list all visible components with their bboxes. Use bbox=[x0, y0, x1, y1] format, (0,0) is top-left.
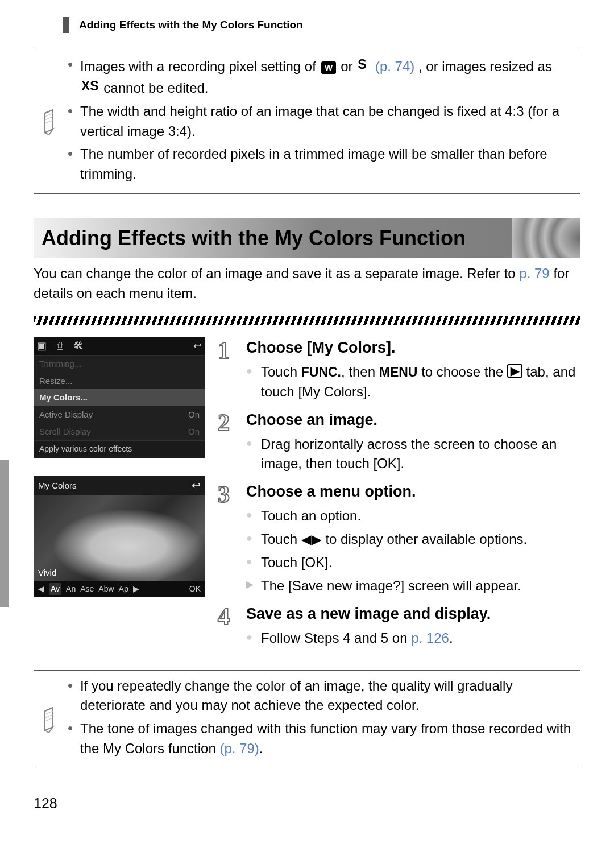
steps-column: 1 Choose [My Colors]. Touch FUNC., then … bbox=[218, 337, 580, 655]
back-icon: ↩ bbox=[192, 478, 201, 494]
opt-ap: Ap bbox=[119, 583, 128, 594]
ok-label: OK bbox=[189, 583, 201, 594]
lcd2-preview: Vivid bbox=[34, 495, 205, 581]
step-result: The [Save new image?] screen will appear… bbox=[246, 576, 580, 596]
xs-icon: XS bbox=[80, 77, 100, 96]
step-2: 2 Choose an image. Drag horizontally acr… bbox=[218, 409, 580, 474]
hatched-divider bbox=[34, 316, 580, 325]
section-title: Adding Effects with the My Colors Functi… bbox=[34, 218, 512, 258]
menu-item-scroll-display: Scroll DisplayOn bbox=[34, 423, 205, 440]
running-head: Adding Effects with the My Colors Functi… bbox=[63, 17, 580, 33]
page-ref-74[interactable]: (p. 74) bbox=[375, 59, 414, 74]
pencil-note-icon bbox=[34, 108, 68, 135]
left-arrow-icon: ◀ bbox=[38, 583, 44, 594]
page-ref-79[interactable]: (p. 79) bbox=[219, 741, 259, 756]
lcd-tabs: ▣ ⎙ 🛠 ↩ bbox=[34, 337, 205, 356]
mycolors-screenshot: My Colors ↩ Vivid ◀ Av An Ase Abw Ap ▶ bbox=[34, 476, 205, 597]
step-number: 1 bbox=[218, 333, 230, 368]
page: Adding Effects with the My Colors Functi… bbox=[0, 0, 614, 830]
step-heading: Choose [My Colors]. bbox=[246, 337, 580, 359]
right-arrow-icon: ▶ bbox=[133, 583, 139, 594]
menu-item-resize: Resize... bbox=[34, 373, 205, 390]
step-number: 3 bbox=[218, 477, 230, 512]
lcd2-options: ◀ Av An Ase Abw Ap ▶ bbox=[38, 583, 139, 594]
menu-item-mycolors: My Colors... bbox=[34, 389, 205, 406]
thumb-tab bbox=[0, 460, 9, 607]
pencil-note-icon bbox=[34, 705, 68, 733]
top-note-item: Images with a recording pixel setting of… bbox=[68, 55, 575, 98]
step-number: 4 bbox=[218, 600, 230, 634]
svg-line-2 bbox=[45, 117, 53, 120]
step-heading: Choose an image. bbox=[246, 409, 580, 431]
step-bullet: Touch [OK]. bbox=[246, 553, 580, 573]
opt-an: An bbox=[66, 583, 76, 594]
top-note-box: Images with a recording pixel setting of… bbox=[34, 49, 580, 194]
opt-av: Av bbox=[49, 583, 61, 594]
w-icon: W bbox=[320, 61, 337, 74]
page-number: 128 bbox=[34, 793, 57, 813]
step-bullet: Drag horizontally across the screen to c… bbox=[246, 435, 580, 474]
step-4: 4 Save as a new image and display. Follo… bbox=[218, 603, 580, 648]
ripple-ornament-icon bbox=[512, 218, 580, 258]
print-tab-icon: ⎙ bbox=[57, 338, 63, 353]
screenshots-column: ▣ ⎙ 🛠 ↩ Trimming... Resize... My Colors.… bbox=[34, 337, 205, 597]
top-note-item: The number of recorded pixels in a trimm… bbox=[68, 144, 575, 184]
bottom-note-item: The tone of images changed with this fun… bbox=[68, 719, 575, 759]
lcd-hint: Apply various color effects bbox=[34, 440, 205, 458]
step-1: 1 Choose [My Colors]. Touch FUNC., then … bbox=[218, 337, 580, 402]
svg-line-6 bbox=[45, 708, 53, 711]
step-bullet: Touch ◀▶ to display other available opti… bbox=[246, 530, 580, 549]
menu-label: MENU bbox=[379, 365, 418, 379]
step-number: 2 bbox=[218, 406, 230, 440]
menu-item-trimming: Trimming... bbox=[34, 356, 205, 373]
step-bullet: Touch FUNC., then MENU to choose the ▶ t… bbox=[246, 362, 580, 402]
step-heading: Choose a menu option. bbox=[246, 481, 580, 503]
svg-text:W: W bbox=[324, 63, 333, 72]
section-intro: You can change the color of an image and… bbox=[34, 264, 580, 304]
step-3: 3 Choose a menu option. Touch an option.… bbox=[218, 481, 580, 596]
bottom-note-list: If you repeatedly change the color of an… bbox=[68, 676, 575, 762]
top-note-list: Images with a recording pixel setting of… bbox=[68, 55, 575, 188]
s-icon: S bbox=[356, 55, 367, 74]
svg-line-8 bbox=[45, 714, 53, 718]
step-bullet: Touch an option. bbox=[246, 506, 580, 526]
play-tab-icon: ▶ bbox=[507, 364, 522, 378]
svg-line-7 bbox=[45, 711, 53, 714]
back-icon: ↩ bbox=[193, 338, 202, 353]
svg-line-3 bbox=[45, 120, 53, 123]
page-ref-126[interactable]: p. 126 bbox=[411, 630, 449, 646]
svg-line-9 bbox=[45, 718, 53, 721]
tools-tab-icon: 🛠 bbox=[73, 338, 84, 353]
opt-abw: Abw bbox=[98, 583, 114, 594]
opt-ase: Ase bbox=[80, 583, 94, 594]
menu-screenshot: ▣ ⎙ 🛠 ↩ Trimming... Resize... My Colors.… bbox=[34, 337, 205, 458]
svg-line-1 bbox=[45, 113, 53, 117]
play-tab-icon: ▣ bbox=[37, 338, 47, 353]
menu-item-active-display: Active DisplayOn bbox=[34, 406, 205, 423]
step-bullet: Follow Steps 4 and 5 on p. 126. bbox=[246, 629, 580, 648]
top-note-item: The width and height ratio of an image t… bbox=[68, 102, 575, 142]
lcd2-title: My Colors bbox=[38, 480, 77, 492]
step-heading: Save as a new image and display. bbox=[246, 603, 580, 625]
page-ref-79[interactable]: p. 79 bbox=[519, 266, 549, 281]
svg-line-0 bbox=[45, 110, 53, 113]
left-right-arrows-icon: ◀▶ bbox=[301, 532, 322, 547]
body-grid: ▣ ⎙ 🛠 ↩ Trimming... Resize... My Colors.… bbox=[34, 337, 580, 655]
section-title-row: Adding Effects with the My Colors Functi… bbox=[34, 218, 580, 258]
bottom-note-item: If you repeatedly change the color of an… bbox=[68, 676, 575, 716]
bottom-note-box: If you repeatedly change the color of an… bbox=[34, 670, 580, 768]
lcd2-effect-label: Vivid bbox=[38, 567, 56, 579]
func-label: FUNC. bbox=[301, 365, 341, 379]
